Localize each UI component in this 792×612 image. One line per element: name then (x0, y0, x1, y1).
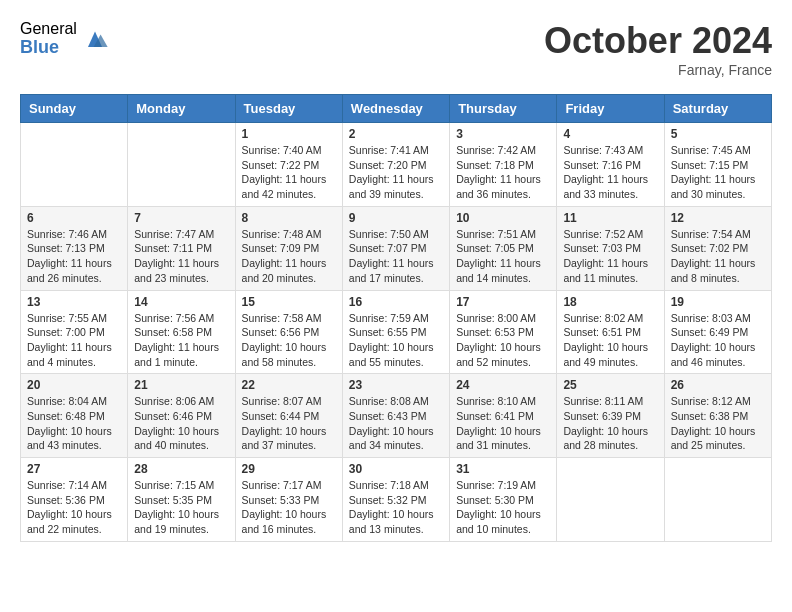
day-info: Sunrise: 8:07 AM Sunset: 6:44 PM Dayligh… (242, 394, 336, 453)
calendar-cell: 29Sunrise: 7:17 AM Sunset: 5:33 PM Dayli… (235, 458, 342, 542)
calendar-day-header: Thursday (450, 95, 557, 123)
day-number: 8 (242, 211, 336, 225)
logo-blue: Blue (20, 38, 77, 58)
day-number: 20 (27, 378, 121, 392)
calendar-cell: 27Sunrise: 7:14 AM Sunset: 5:36 PM Dayli… (21, 458, 128, 542)
calendar-cell: 7Sunrise: 7:47 AM Sunset: 7:11 PM Daylig… (128, 206, 235, 290)
day-number: 31 (456, 462, 550, 476)
calendar-day-header: Tuesday (235, 95, 342, 123)
calendar-day-header: Friday (557, 95, 664, 123)
day-info: Sunrise: 7:41 AM Sunset: 7:20 PM Dayligh… (349, 143, 443, 202)
calendar-cell (128, 123, 235, 207)
day-info: Sunrise: 7:17 AM Sunset: 5:33 PM Dayligh… (242, 478, 336, 537)
day-info: Sunrise: 7:19 AM Sunset: 5:30 PM Dayligh… (456, 478, 550, 537)
day-info: Sunrise: 8:12 AM Sunset: 6:38 PM Dayligh… (671, 394, 765, 453)
day-info: Sunrise: 7:54 AM Sunset: 7:02 PM Dayligh… (671, 227, 765, 286)
calendar-cell: 22Sunrise: 8:07 AM Sunset: 6:44 PM Dayli… (235, 374, 342, 458)
day-info: Sunrise: 7:51 AM Sunset: 7:05 PM Dayligh… (456, 227, 550, 286)
day-number: 24 (456, 378, 550, 392)
day-number: 7 (134, 211, 228, 225)
calendar-cell: 11Sunrise: 7:52 AM Sunset: 7:03 PM Dayli… (557, 206, 664, 290)
day-info: Sunrise: 7:15 AM Sunset: 5:35 PM Dayligh… (134, 478, 228, 537)
day-info: Sunrise: 8:06 AM Sunset: 6:46 PM Dayligh… (134, 394, 228, 453)
day-number: 14 (134, 295, 228, 309)
day-info: Sunrise: 7:42 AM Sunset: 7:18 PM Dayligh… (456, 143, 550, 202)
calendar-cell: 31Sunrise: 7:19 AM Sunset: 5:30 PM Dayli… (450, 458, 557, 542)
calendar-header-row: SundayMondayTuesdayWednesdayThursdayFrid… (21, 95, 772, 123)
day-number: 1 (242, 127, 336, 141)
calendar-cell: 6Sunrise: 7:46 AM Sunset: 7:13 PM Daylig… (21, 206, 128, 290)
calendar-cell: 21Sunrise: 8:06 AM Sunset: 6:46 PM Dayli… (128, 374, 235, 458)
calendar-week-row: 6Sunrise: 7:46 AM Sunset: 7:13 PM Daylig… (21, 206, 772, 290)
page-header: General Blue October 2024 Farnay, France (20, 20, 772, 78)
day-number: 15 (242, 295, 336, 309)
calendar-cell: 19Sunrise: 8:03 AM Sunset: 6:49 PM Dayli… (664, 290, 771, 374)
calendar-cell: 26Sunrise: 8:12 AM Sunset: 6:38 PM Dayli… (664, 374, 771, 458)
day-info: Sunrise: 7:56 AM Sunset: 6:58 PM Dayligh… (134, 311, 228, 370)
title-section: October 2024 Farnay, France (544, 20, 772, 78)
calendar-cell: 1Sunrise: 7:40 AM Sunset: 7:22 PM Daylig… (235, 123, 342, 207)
calendar-cell: 23Sunrise: 8:08 AM Sunset: 6:43 PM Dayli… (342, 374, 449, 458)
day-number: 30 (349, 462, 443, 476)
calendar-cell: 2Sunrise: 7:41 AM Sunset: 7:20 PM Daylig… (342, 123, 449, 207)
day-info: Sunrise: 7:46 AM Sunset: 7:13 PM Dayligh… (27, 227, 121, 286)
day-number: 6 (27, 211, 121, 225)
logo-text: General Blue (20, 20, 77, 57)
calendar-cell (21, 123, 128, 207)
logo-general: General (20, 20, 77, 38)
day-number: 25 (563, 378, 657, 392)
day-number: 16 (349, 295, 443, 309)
calendar-day-header: Sunday (21, 95, 128, 123)
day-number: 19 (671, 295, 765, 309)
day-info: Sunrise: 8:02 AM Sunset: 6:51 PM Dayligh… (563, 311, 657, 370)
calendar-cell: 18Sunrise: 8:02 AM Sunset: 6:51 PM Dayli… (557, 290, 664, 374)
day-number: 18 (563, 295, 657, 309)
calendar-cell: 24Sunrise: 8:10 AM Sunset: 6:41 PM Dayli… (450, 374, 557, 458)
day-number: 22 (242, 378, 336, 392)
day-info: Sunrise: 7:58 AM Sunset: 6:56 PM Dayligh… (242, 311, 336, 370)
day-number: 10 (456, 211, 550, 225)
day-info: Sunrise: 7:43 AM Sunset: 7:16 PM Dayligh… (563, 143, 657, 202)
calendar-cell: 3Sunrise: 7:42 AM Sunset: 7:18 PM Daylig… (450, 123, 557, 207)
calendar-cell: 30Sunrise: 7:18 AM Sunset: 5:32 PM Dayli… (342, 458, 449, 542)
day-info: Sunrise: 7:18 AM Sunset: 5:32 PM Dayligh… (349, 478, 443, 537)
day-info: Sunrise: 7:59 AM Sunset: 6:55 PM Dayligh… (349, 311, 443, 370)
calendar-cell: 13Sunrise: 7:55 AM Sunset: 7:00 PM Dayli… (21, 290, 128, 374)
day-number: 21 (134, 378, 228, 392)
day-number: 5 (671, 127, 765, 141)
day-info: Sunrise: 7:47 AM Sunset: 7:11 PM Dayligh… (134, 227, 228, 286)
calendar-cell: 20Sunrise: 8:04 AM Sunset: 6:48 PM Dayli… (21, 374, 128, 458)
day-number: 2 (349, 127, 443, 141)
day-info: Sunrise: 8:00 AM Sunset: 6:53 PM Dayligh… (456, 311, 550, 370)
calendar-week-row: 20Sunrise: 8:04 AM Sunset: 6:48 PM Dayli… (21, 374, 772, 458)
day-info: Sunrise: 7:14 AM Sunset: 5:36 PM Dayligh… (27, 478, 121, 537)
calendar-week-row: 1Sunrise: 7:40 AM Sunset: 7:22 PM Daylig… (21, 123, 772, 207)
calendar-cell: 8Sunrise: 7:48 AM Sunset: 7:09 PM Daylig… (235, 206, 342, 290)
day-number: 3 (456, 127, 550, 141)
calendar-cell: 4Sunrise: 7:43 AM Sunset: 7:16 PM Daylig… (557, 123, 664, 207)
day-number: 27 (27, 462, 121, 476)
day-info: Sunrise: 7:50 AM Sunset: 7:07 PM Dayligh… (349, 227, 443, 286)
calendar-cell: 17Sunrise: 8:00 AM Sunset: 6:53 PM Dayli… (450, 290, 557, 374)
calendar-cell: 16Sunrise: 7:59 AM Sunset: 6:55 PM Dayli… (342, 290, 449, 374)
day-number: 11 (563, 211, 657, 225)
logo: General Blue (20, 20, 109, 57)
day-info: Sunrise: 8:03 AM Sunset: 6:49 PM Dayligh… (671, 311, 765, 370)
day-info: Sunrise: 7:52 AM Sunset: 7:03 PM Dayligh… (563, 227, 657, 286)
day-number: 12 (671, 211, 765, 225)
logo-icon (81, 26, 109, 54)
calendar-cell: 25Sunrise: 8:11 AM Sunset: 6:39 PM Dayli… (557, 374, 664, 458)
day-info: Sunrise: 7:45 AM Sunset: 7:15 PM Dayligh… (671, 143, 765, 202)
calendar-cell (557, 458, 664, 542)
calendar-day-header: Monday (128, 95, 235, 123)
day-number: 29 (242, 462, 336, 476)
day-info: Sunrise: 8:10 AM Sunset: 6:41 PM Dayligh… (456, 394, 550, 453)
day-number: 17 (456, 295, 550, 309)
calendar-cell: 10Sunrise: 7:51 AM Sunset: 7:05 PM Dayli… (450, 206, 557, 290)
day-number: 13 (27, 295, 121, 309)
location: Farnay, France (544, 62, 772, 78)
day-number: 23 (349, 378, 443, 392)
day-info: Sunrise: 8:08 AM Sunset: 6:43 PM Dayligh… (349, 394, 443, 453)
day-info: Sunrise: 7:40 AM Sunset: 7:22 PM Dayligh… (242, 143, 336, 202)
calendar-cell: 14Sunrise: 7:56 AM Sunset: 6:58 PM Dayli… (128, 290, 235, 374)
